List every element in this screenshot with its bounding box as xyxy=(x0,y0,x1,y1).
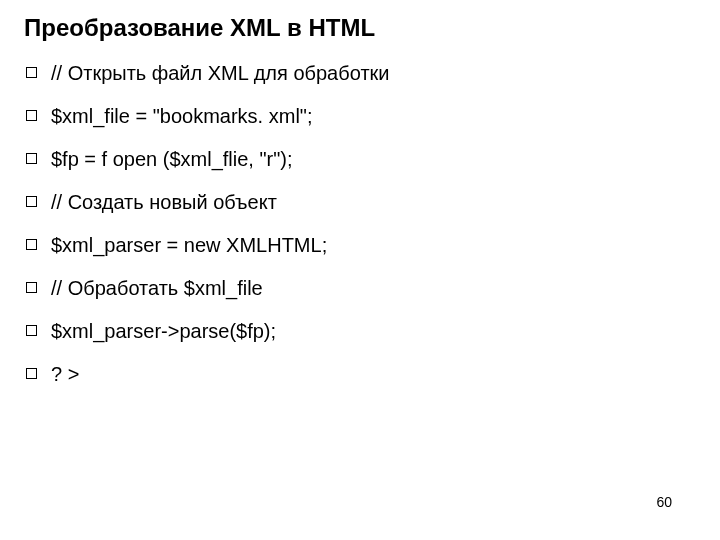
square-bullet-icon xyxy=(26,282,37,293)
slide-title: Преобразование XML в HTML xyxy=(24,14,696,43)
square-bullet-icon xyxy=(26,153,37,164)
square-bullet-icon xyxy=(26,110,37,121)
list-item: $fp = f open ($xml_flie, "r"); xyxy=(26,147,696,172)
square-bullet-icon xyxy=(26,239,37,250)
list-item: $xml_parser = new XMLHTML; xyxy=(26,233,696,258)
square-bullet-icon xyxy=(26,196,37,207)
list-item-text: $xml_file = "bookmarks. xml"; xyxy=(51,104,696,129)
list-item: $xml_parser->parse($fp); xyxy=(26,319,696,344)
list-item-text: $xml_parser = new XMLHTML; xyxy=(51,233,696,258)
list-item-text: // Обработать $xml_file xyxy=(51,276,696,301)
list-item-text: ? > xyxy=(51,362,696,387)
list-item: // Обработать $xml_file xyxy=(26,276,696,301)
slide: Преобразование XML в HTML // Открыть фай… xyxy=(0,0,720,540)
list-item: ? > xyxy=(26,362,696,387)
list-item: // Создать новый объект xyxy=(26,190,696,215)
bullet-list: // Открыть файл XML для обработки $xml_f… xyxy=(24,61,696,387)
list-item-text: // Открыть файл XML для обработки xyxy=(51,61,696,86)
square-bullet-icon xyxy=(26,368,37,379)
list-item: // Открыть файл XML для обработки xyxy=(26,61,696,86)
list-item: $xml_file = "bookmarks. xml"; xyxy=(26,104,696,129)
page-number: 60 xyxy=(656,494,672,510)
list-item-text: $fp = f open ($xml_flie, "r"); xyxy=(51,147,696,172)
square-bullet-icon xyxy=(26,325,37,336)
list-item-text: // Создать новый объект xyxy=(51,190,696,215)
list-item-text: $xml_parser->parse($fp); xyxy=(51,319,696,344)
square-bullet-icon xyxy=(26,67,37,78)
